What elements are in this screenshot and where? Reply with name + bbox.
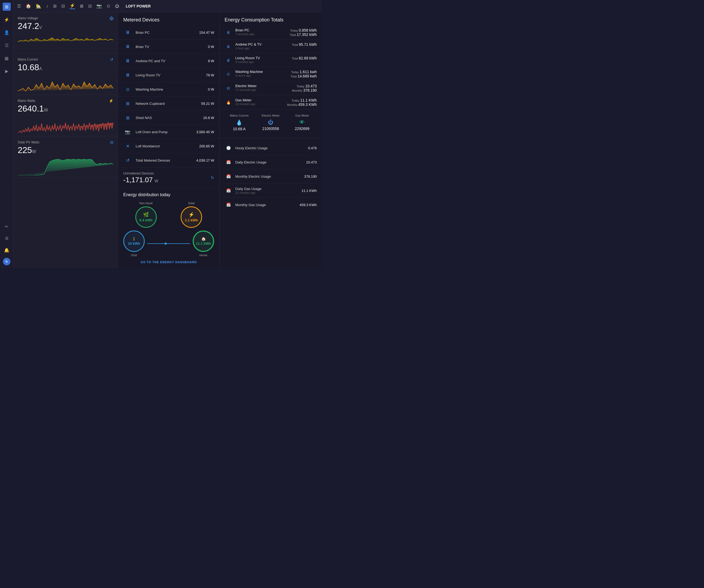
device-name: Shed NAS xyxy=(135,116,203,120)
grid-icon[interactable]: ⊟ xyxy=(61,3,65,9)
dashboard-icon[interactable]: ⊞ xyxy=(53,3,57,9)
usage-row: 🕐 Houly Electric Usage 0.476 xyxy=(225,141,317,155)
right-panel: Energy Consumption Totals 🖥 Brian PC 7 s… xyxy=(220,12,321,268)
sidebar-item-list[interactable]: ☰ xyxy=(3,41,11,49)
camera-icon[interactable]: 📷 xyxy=(97,3,102,9)
voltage-unit: V xyxy=(39,25,42,30)
table-icon[interactable]: ⊠ xyxy=(80,3,83,9)
unmetered-refresh-icon[interactable]: ↻ xyxy=(211,176,214,180)
consumption-info: Electric Meter 17 seconds ago xyxy=(235,84,289,92)
consumption-info: Brian PC 7 seconds ago xyxy=(235,28,287,36)
consumption-time: 3 minutes ago xyxy=(235,60,289,63)
energy-totals-title: Energy Consumption Totals xyxy=(220,12,321,25)
device-row[interactable]: ↺ Total Metered Devices 4,036.17 W xyxy=(118,153,220,168)
gas-meter-val: 2292699 xyxy=(288,126,317,131)
consumption-values: Total 62.69 kWh xyxy=(292,56,317,60)
solar-pv-header: Solar PV Watts ⊟ xyxy=(18,140,113,144)
sidebar-avatar[interactable]: h xyxy=(3,258,10,265)
solar-unit: W xyxy=(32,149,36,154)
sidebar-item-bell[interactable]: 🔔 xyxy=(3,246,11,254)
device-icon: ⊞ xyxy=(123,113,132,122)
device-row[interactable]: 🖥 Living Room TV 79 W xyxy=(118,68,220,82)
usage-label: Monthly Gas Usage xyxy=(235,203,296,207)
consumption-values: Total 95.71 kWh xyxy=(292,42,317,47)
mains-current-icon-row: 💧 xyxy=(225,119,254,126)
consumption-info: Andrew PC & TV 1 hour ago xyxy=(235,42,289,50)
power-icon[interactable]: ⚡ xyxy=(70,3,75,9)
energy-dist-title: Energy distribution today xyxy=(123,192,214,197)
electric-meter-val: 21093558 xyxy=(256,126,285,131)
sidebar-item-power[interactable]: ⚡ xyxy=(3,15,11,23)
usage-list: 🕐 Houly Electric Usage 0.476 📅 Daily Ele… xyxy=(225,141,317,212)
energy-distribution: Energy distribution today Non-fossil 🌿 6… xyxy=(118,188,220,268)
grid-node: 🚶 10 kWh Grid xyxy=(123,231,145,257)
home-circle[interactable]: 🏠 11.1 kWh xyxy=(193,231,214,252)
consumption-name: Gas Meter xyxy=(235,98,284,102)
device-watts: 200.65 W xyxy=(199,144,214,148)
menu-icon[interactable]: ☰ xyxy=(17,3,21,9)
home-icon[interactable]: 🏠 xyxy=(26,3,31,9)
device-name: Loft Oven and Pump xyxy=(135,130,196,134)
sidebar-item-grid[interactable]: ▦ xyxy=(3,54,11,62)
usage-label: Monthly Electric Usage xyxy=(235,174,301,178)
circle-icon[interactable]: ⊙ xyxy=(107,3,110,9)
voltage-power-icon[interactable]: ⏻ xyxy=(110,16,113,20)
mains-current-col: Mains Current 💧 10.68 A xyxy=(225,114,254,131)
device-row[interactable]: ⊞ Shed NAS 16.8 W xyxy=(118,111,220,125)
usage-icon: 📅 xyxy=(225,201,232,209)
flow-dot xyxy=(165,243,167,245)
music-icon[interactable]: ♪ xyxy=(46,4,48,9)
mains-current-header: Mains Current ↺ xyxy=(18,57,113,62)
current-refresh-icon[interactable]: ↺ xyxy=(110,57,113,62)
device-row[interactable]: 🖥 Brian PC 154.47 W xyxy=(118,25,220,40)
usage-row: 📅 Daily Gas Usage 22 minutes ago 11.1 KW… xyxy=(225,184,317,198)
mains-current-col-title: Mains Current xyxy=(225,114,254,117)
non-fossil-value: 6.4 kWh xyxy=(139,218,153,223)
topnav: ☰ 🏠 🏡 ♪ ⊞ ⊟ ⚡ ⊠ ⊟ 📷 ⊙ ⏻ LOFT POWER xyxy=(13,0,321,12)
sidebar-item-edit[interactable]: ✏ xyxy=(3,223,11,231)
consumption-values: Today 0.858 kWhTotal 17.352 kWh xyxy=(290,28,317,37)
watts-power-icon[interactable]: ⚡ xyxy=(109,99,113,103)
sidebar: ⊞ ⚡ 👤 ☰ ▦ ▶ ✏ ⚙ 🔔 h xyxy=(0,0,13,268)
unmetered-title: Unmetered Devices xyxy=(123,171,158,175)
device-row[interactable]: ✕ Loft Workbench 200.65 W xyxy=(118,139,220,153)
mains-watts-value: 2640.1W xyxy=(18,104,113,113)
solar-circle[interactable]: ⚡ 1.1 kWh xyxy=(181,207,202,228)
sidebar-item-media[interactable]: ▶ xyxy=(3,67,11,75)
consumption-device-icon: 🖥 xyxy=(225,57,232,64)
device-name: Brian TV xyxy=(135,45,208,49)
device-name: Brian PC xyxy=(135,31,199,35)
solar-pv-value: 225W xyxy=(18,145,113,155)
power2-icon[interactable]: ⏻ xyxy=(115,4,119,9)
sidebar-item-settings[interactable]: ⚙ xyxy=(3,234,11,242)
device-list: 🖥 Brian PC 154.47 W 🖥 Brian TV 0 W 🖥 And… xyxy=(118,25,220,168)
gas-meter-col: Gas Meter 👁 2292699 xyxy=(288,114,317,131)
grid-label: Grid xyxy=(131,253,137,257)
usage-icon: 🕐 xyxy=(225,144,232,152)
electric-meter-icon-row: ⏻ xyxy=(256,119,285,125)
device-name: Total Metered Devices xyxy=(135,158,196,162)
device-row[interactable]: ⊞ Network Cupboard 59.21 W xyxy=(118,97,220,111)
metered-devices-title: Metered Devices xyxy=(118,12,220,25)
consumption-list: 🖥 Brian PC 7 seconds ago Today 0.858 kWh… xyxy=(220,25,321,110)
consumption-name: Washing Machine xyxy=(235,70,287,74)
house-icon[interactable]: 🏡 xyxy=(36,3,41,9)
layout-icon[interactable]: ⊟ xyxy=(88,3,92,9)
device-row[interactable]: 📷 Loft Oven and Pump 3,560.45 W xyxy=(118,125,220,139)
solar-icon[interactable]: ⊟ xyxy=(110,140,113,144)
electric-meter-icon: ⏻ xyxy=(268,119,273,125)
dashboard-link[interactable]: GO TO THE ENERGY DASHBOARD xyxy=(123,257,214,268)
non-fossil-circle[interactable]: 🌿 6.4 kWh xyxy=(135,207,157,228)
sidebar-item-user[interactable]: 👤 xyxy=(3,28,11,37)
unmetered-unit: W xyxy=(155,179,158,183)
mains-voltage-header: Mains Voltage ⏻ xyxy=(18,16,113,20)
device-row[interactable]: 🖥 Andrew PC and TV 8 W xyxy=(118,54,220,68)
grid-circle[interactable]: 🚶 10 kWh xyxy=(123,231,145,252)
sidebar-item-dashboard[interactable]: ⊞ xyxy=(3,3,11,11)
device-watts: 0 W xyxy=(208,45,214,49)
unmetered-value: -1,171.07 W xyxy=(123,176,158,184)
device-row[interactable]: ⊙ Washing Machine 0 W xyxy=(118,82,220,97)
consumption-name: Andrew PC & TV xyxy=(235,42,289,46)
consumption-item: ⊟ Electric Meter 17 seconds ago Today 10… xyxy=(220,81,321,96)
device-row[interactable]: 🖥 Brian TV 0 W xyxy=(118,40,220,54)
